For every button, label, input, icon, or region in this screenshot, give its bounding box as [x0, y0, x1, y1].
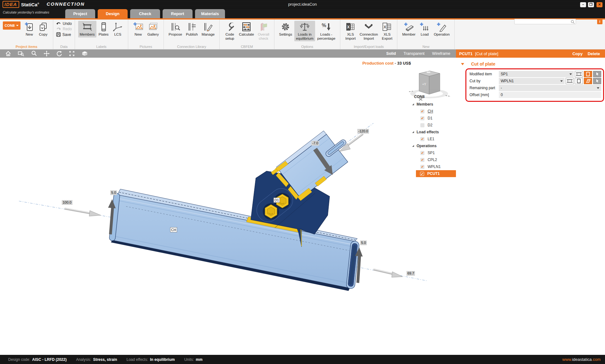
tree-item-d2[interactable]: D2	[410, 122, 456, 129]
collapse-icon[interactable]	[412, 131, 414, 133]
display-mode-solid[interactable]: Solid	[386, 51, 396, 56]
modified-item-dropdown[interactable]: SP1	[499, 71, 574, 77]
close-button[interactable]: ✕	[596, 2, 602, 7]
checkbox-checked[interactable]	[420, 109, 424, 113]
member-picker-icon[interactable]	[566, 78, 574, 84]
loads-in-equilibrium-toggle[interactable]: Loads in equilibrium	[294, 21, 315, 41]
calculate-button[interactable]: Calculate	[237, 21, 256, 38]
tab-design[interactable]: Design	[98, 9, 128, 18]
group-label: Data	[53, 45, 75, 49]
display-mode-transparent[interactable]: Transparent	[403, 51, 424, 56]
property-panel: PCUT1 [Cut of plate] Copy Delete Cut of …	[456, 49, 605, 355]
fit-view-icon[interactable]	[69, 50, 75, 57]
collapse-triangle-icon[interactable]	[461, 63, 464, 65]
display-mode-wireframe[interactable]: Wireframe	[432, 51, 450, 56]
checkbox-checked[interactable]	[420, 158, 424, 162]
connection-import-button[interactable]: Connection Import	[358, 21, 379, 41]
save-button[interactable]: Save	[56, 32, 72, 37]
xls-import-button[interactable]: X XLS Import	[343, 21, 357, 41]
member-label-d1: D1	[274, 198, 280, 203]
pan-icon[interactable]	[43, 50, 50, 57]
offset-input[interactable]: 0	[499, 92, 601, 98]
code-setup-button[interactable]: Code setup	[223, 21, 237, 41]
new-load-button[interactable]: Load	[418, 21, 432, 38]
new-member-button[interactable]: Member	[400, 21, 417, 38]
manage-button[interactable]: Manage	[200, 21, 216, 38]
tab-check[interactable]: Check	[130, 9, 160, 18]
tree-group-load-effects[interactable]: Load effects	[410, 129, 456, 136]
checkbox-checked[interactable]	[420, 165, 424, 169]
abacus-icon	[241, 22, 252, 32]
tree-root-con8[interactable]: CON8	[410, 93, 456, 101]
new-project-item-button[interactable]: New	[23, 21, 36, 38]
tree-item-d1[interactable]: D1	[410, 115, 456, 122]
undo-button[interactable]: Undo	[56, 21, 72, 26]
connection-selector-button[interactable]: CON8	[3, 21, 20, 30]
tree-item-ch[interactable]: CH	[410, 108, 456, 115]
tree-item-sp1[interactable]: SP1	[410, 149, 456, 156]
home-view-icon[interactable]	[5, 50, 11, 57]
overall-check-button[interactable]: Overall check	[256, 21, 271, 41]
checkbox-unchecked[interactable]	[420, 123, 424, 127]
tree-item-wpln1[interactable]: WPLN1	[410, 163, 456, 170]
members-labels-toggle[interactable]: Members	[78, 21, 96, 38]
copy-operation-button[interactable]: Copy	[572, 51, 583, 56]
redo-icon	[56, 27, 61, 31]
rotate-icon[interactable]	[56, 50, 62, 57]
checkbox-checked[interactable]	[420, 137, 424, 141]
viewport-toolbar: SolidTransparentWireframe	[0, 49, 456, 58]
tree-item-cpl2[interactable]: CPL2	[410, 156, 456, 163]
delete-operation-button[interactable]: Delete	[588, 51, 600, 56]
connection-model: +Y	[0, 58, 456, 355]
zoom-icon[interactable]	[31, 50, 37, 57]
tree-item-pcut1[interactable]: PCUT1	[416, 170, 456, 177]
info-button[interactable]: i	[597, 19, 602, 24]
publish-button[interactable]: Publish	[184, 21, 199, 38]
tree-group-members[interactable]: Members	[410, 101, 456, 108]
cursor-picker-icon[interactable]	[593, 78, 601, 84]
new-operation-button[interactable]: Operation	[432, 21, 452, 38]
new-picture-button[interactable]: New	[131, 21, 145, 38]
cut-by-dropdown[interactable]: WPLN1	[499, 78, 565, 84]
panel-header: PCUT1 [Cut of plate] Copy Delete	[456, 49, 605, 58]
model-canvas[interactable]: +Y Production cost - 33 US$ 100.0 5.0 -1…	[0, 58, 456, 355]
redo-button[interactable]: Redo	[56, 27, 72, 31]
copy-project-item-button[interactable]: Copy	[37, 21, 50, 38]
maximize-button[interactable]: ❐	[588, 2, 594, 7]
group-label: Options	[274, 45, 340, 49]
plate-picker-icon[interactable]	[584, 71, 592, 77]
xls-export-button[interactable]: X XLS Export	[380, 21, 394, 41]
remaining-part-dropdown[interactable]: -	[499, 85, 601, 91]
solid-box-icon[interactable]	[81, 50, 88, 57]
plates-labels-toggle[interactable]: Plates	[97, 21, 110, 38]
collapse-icon[interactable]	[412, 103, 414, 105]
loads-percentage-toggle[interactable]: % Loads - percentage	[316, 21, 337, 41]
zoom-window-icon[interactable]	[18, 50, 25, 57]
collapse-icon[interactable]	[412, 145, 414, 147]
search-box[interactable]	[514, 19, 576, 24]
group-label: Connection Library	[164, 45, 219, 49]
checkbox-checked[interactable]	[420, 151, 424, 155]
search-input[interactable]	[515, 20, 570, 25]
tab-materials[interactable]: Materials	[195, 9, 225, 18]
settings-button[interactable]: Settings	[278, 21, 294, 38]
viewport-3d[interactable]: SolidTransparentWireframe	[0, 49, 456, 355]
checkbox-checked[interactable]	[420, 116, 424, 120]
lcs-labels-toggle[interactable]: LCS	[111, 21, 125, 38]
propose-button[interactable]: Propose	[167, 21, 184, 38]
minimize-button[interactable]: –	[580, 2, 586, 7]
website-link[interactable]: www.ideastatica.com	[562, 357, 605, 362]
cursor-picker-icon[interactable]	[593, 71, 601, 77]
title-bar: IDEA StatiCa® CONNECTION project.ideaCon…	[0, 0, 605, 9]
member-picker-icon[interactable]	[575, 71, 583, 77]
tree-item-le1[interactable]: LE1	[410, 136, 456, 142]
tab-report[interactable]: Report	[163, 9, 193, 18]
new-picture-icon	[133, 22, 144, 32]
plate-picker-icon[interactable]	[575, 78, 583, 84]
status-units: Units:mm	[184, 357, 203, 362]
gallery-button[interactable]: Gallery	[146, 21, 160, 38]
workplane-picker-icon[interactable]	[584, 78, 592, 84]
checkbox-checked[interactable]	[420, 172, 424, 176]
tab-project[interactable]: Project	[65, 9, 95, 18]
tree-group-operations[interactable]: Operations	[410, 142, 456, 149]
